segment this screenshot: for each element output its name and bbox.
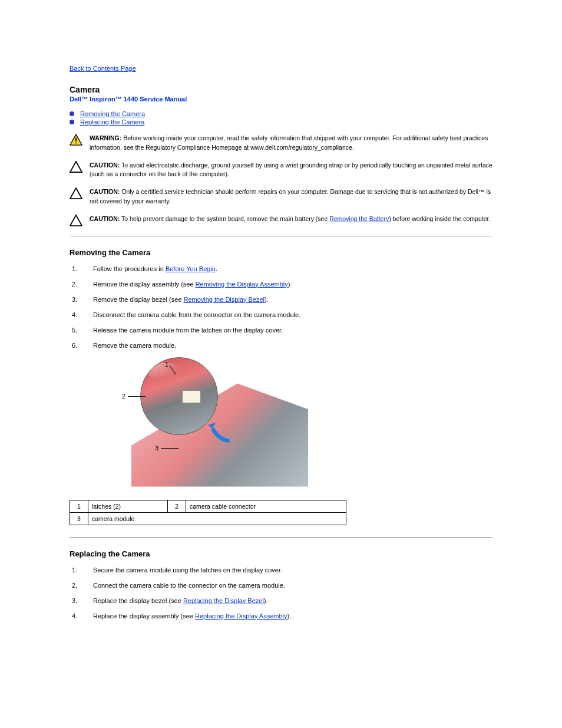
callout-legend-table: 1 latches (2) 2 camera cable connector 3…: [70, 500, 346, 525]
svg-marker-6: [208, 422, 216, 428]
step: 1. Follow the procedures in Before You B…: [70, 265, 492, 272]
step-num: 5.: [72, 327, 77, 334]
remove-display-assembly-link[interactable]: Removing the Display Assembly: [196, 281, 288, 288]
step-pre: Replace the display bezel (see: [93, 597, 183, 604]
step-num: 2.: [72, 582, 77, 589]
step: 3. Remove the display bezel (see Removin…: [70, 296, 492, 303]
table-row: 1 latches (2) 2 camera cable connector: [70, 500, 346, 512]
manual-title: Dell™ Inspiron™ 1440 Service Manual: [70, 95, 492, 103]
step-num: 4.: [72, 612, 77, 620]
zoom-detail: [140, 357, 218, 435]
removing-heading: Removing the Camera: [70, 248, 492, 257]
step: 6. Remove the camera module.: [70, 342, 492, 349]
remove-display-bezel-link[interactable]: Removing the Display Bezel: [183, 296, 265, 303]
toc-item: Removing the Camera: [70, 110, 492, 117]
legend-num: 3: [70, 512, 88, 525]
step-num: 4.: [72, 311, 77, 318]
caution-notice: CAUTION: Only a certified service techni…: [70, 187, 492, 206]
caution-icon: [70, 187, 84, 200]
step-text: Disconnect the camera cable from the con…: [93, 311, 300, 318]
step: 4. Disconnect the camera cable from the …: [70, 311, 492, 318]
warning-icon: [70, 134, 84, 147]
figure-camera-removal: 1 2 3: [117, 357, 311, 493]
legend-num: 1: [70, 500, 88, 512]
caution-icon: [70, 161, 84, 174]
step: 5. Release the camera module from the la…: [70, 327, 492, 334]
toc-link-replacing[interactable]: Replacing the Camera: [80, 118, 144, 126]
warning-notice: WARNING: Before working inside your comp…: [70, 134, 492, 153]
caution-keyword: CAUTION:: [90, 215, 120, 222]
caution-body-post: ) before working inside the computer.: [389, 215, 490, 222]
step-post: .: [216, 265, 217, 272]
warning-keyword: WARNING:: [90, 134, 121, 141]
caution-body-pre: To help prevent damage to the system boa…: [121, 215, 329, 222]
callout-1: 1: [165, 361, 168, 368]
step-num: 1.: [72, 566, 77, 574]
step-text: Connect the camera cable to the connecto…: [93, 582, 285, 589]
table-row: 3 camera module: [70, 512, 346, 525]
legend-label: camera module: [88, 512, 346, 525]
callout-line: [128, 396, 146, 397]
legend-label: camera cable connector: [186, 500, 346, 512]
step-num: 1.: [72, 265, 77, 272]
legend-label: latches (2): [88, 500, 168, 512]
caution-text: CAUTION: Only a certified service techni…: [90, 187, 492, 206]
callout-2: 2: [122, 393, 125, 400]
callout-3: 3: [155, 444, 158, 452]
page-title: Camera: [70, 85, 492, 94]
step-post: ).: [287, 612, 292, 620]
page-root: Back to Contents Page Camera Dell™ Inspi…: [0, 0, 562, 663]
warning-text: WARNING: Before working inside your comp…: [90, 134, 492, 153]
remove-battery-link[interactable]: Removing the Battery: [329, 215, 389, 222]
step-text: Secure the camera module using the latch…: [93, 566, 282, 574]
step-num: 6.: [72, 342, 77, 349]
svg-marker-4: [70, 188, 82, 199]
bullet-icon: [70, 120, 74, 124]
step-num: 3.: [72, 597, 77, 604]
step-text: Release the camera module from the latch…: [93, 327, 283, 334]
divider: [70, 537, 492, 538]
step-pre: Remove the display assembly (see: [93, 281, 196, 288]
step-post: ).: [265, 296, 269, 303]
caution-icon: [70, 215, 84, 228]
bullet-icon: [70, 111, 74, 116]
svg-rect-1: [75, 137, 77, 141]
step: 4. Replace the display assembly (see Rep…: [70, 612, 492, 620]
toc-link-removing[interactable]: Removing the Camera: [80, 110, 145, 117]
step: 2. Remove the display assembly (see Remo…: [70, 281, 492, 288]
callout-line: [161, 448, 178, 449]
step-pre: Follow the procedures in: [93, 265, 166, 272]
back-to-contents-link[interactable]: Back to Contents Page: [70, 65, 136, 72]
replace-display-bezel-link[interactable]: Replacing the Display Bezel: [183, 597, 264, 604]
step: 1. Secure the camera module using the la…: [70, 566, 492, 574]
svg-rect-2: [75, 143, 77, 144]
replacing-steps: 1. Secure the camera module using the la…: [70, 566, 492, 620]
caution-keyword: CAUTION:: [90, 162, 120, 169]
step-pre: Replace the display assembly (see: [93, 612, 195, 620]
step: 2. Connect the camera cable to the conne…: [70, 582, 492, 589]
step-post: ).: [264, 597, 268, 604]
before-you-begin-link[interactable]: Before You Begin: [166, 265, 216, 272]
caution-text: CAUTION: To help prevent damage to the s…: [90, 215, 492, 224]
caution-body: Only a certified service technician shou…: [90, 188, 491, 205]
replacing-heading: Replacing the Camera: [70, 549, 492, 558]
replace-display-assembly-link[interactable]: Replacing the Display Assembly: [195, 612, 287, 620]
svg-marker-3: [70, 161, 82, 172]
divider: [70, 236, 492, 236]
step-num: 2.: [72, 281, 77, 288]
removing-steps: 1. Follow the procedures in Before You B…: [70, 265, 492, 349]
toc-bullets: Removing the Camera Replacing the Camera: [70, 110, 492, 126]
caution-body: To avoid electrostatic discharge, ground…: [90, 162, 492, 178]
caution-text: CAUTION: To avoid electrostatic discharg…: [90, 161, 492, 180]
legend-num: 2: [167, 500, 186, 512]
warning-body: Before working inside your computer, rea…: [90, 134, 488, 151]
caution-keyword: CAUTION:: [90, 188, 120, 195]
caution-notice: CAUTION: To help prevent damage to the s…: [70, 215, 492, 228]
toc-item: Replacing the Camera: [70, 118, 492, 126]
step-pre: Remove the display bezel (see: [93, 296, 183, 303]
step-num: 3.: [72, 296, 77, 303]
svg-marker-5: [70, 215, 82, 225]
caution-notice: CAUTION: To avoid electrostatic discharg…: [70, 161, 492, 180]
step-text: Remove the camera module.: [93, 342, 176, 349]
step-post: ).: [288, 281, 292, 288]
